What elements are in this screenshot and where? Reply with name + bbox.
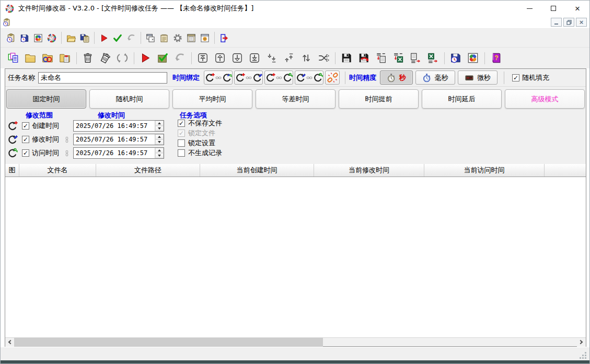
close-button[interactable]: × [565,1,589,16]
mdi-minimize-button[interactable] [551,18,562,27]
spin-up-button[interactable] [155,134,164,139]
remove-item-button[interactable] [79,50,96,66]
access-time-checkbox[interactable]: ✓ [22,149,29,157]
bind-modify-access-button[interactable] [295,71,323,85]
save-list-button[interactable] [338,50,354,66]
undo-modify-button[interactable] [171,50,188,66]
tab-随机时间[interactable]: 随机时间 [89,89,169,109]
spin-down-button[interactable] [155,126,164,131]
option-锁定文件[interactable]: ✓锁定文件 [178,128,222,138]
column-header-图[interactable]: 图 [5,164,19,177]
add-folder-recursive-button[interactable] [39,50,55,66]
save-times-button[interactable] [447,50,464,66]
scroll-left-button[interactable] [5,338,14,347]
modify-time-checkbox[interactable]: ✓ [22,136,29,143]
spin-down-button[interactable] [155,153,164,158]
mdi-close-button[interactable]: × [576,18,587,27]
tab-时间提前[interactable]: 时间提前 [339,89,419,109]
apply-task-button[interactable] [111,31,124,45]
floppy-clipboard-icon [80,33,89,43]
spin-down-button[interactable] [155,139,164,145]
save-task-button[interactable] [18,31,31,45]
tab-平均时间[interactable]: 平均时间 [172,89,252,109]
datetime-spinner [155,121,164,131]
move-up-button[interactable] [212,50,228,66]
app-icon[interactable] [5,4,14,13]
bind-create-access-button[interactable] [264,71,293,85]
export-doc-icon [410,52,421,64]
precision-秒-button[interactable]: 秒 [380,71,413,85]
shuffle-order-button[interactable] [315,50,331,66]
time-wheel-button[interactable] [45,31,58,45]
undo-task-button[interactable] [124,31,137,45]
open-task-button[interactable] [64,31,77,45]
column-header-文件名[interactable]: 文件名 [19,164,96,177]
create-time-checkbox[interactable]: ✓ [22,122,29,130]
option-不生成记录[interactable]: 不生成记录 [178,148,222,158]
clear-list-button[interactable] [97,50,113,66]
column-header-当前创建时间[interactable]: 当前创建时间 [200,164,314,177]
move-down-button[interactable] [229,50,245,66]
add-folder-files-button[interactable] [56,50,73,66]
record-window-button[interactable] [184,31,198,45]
settings-button[interactable] [171,31,184,45]
spin-up-button[interactable] [155,121,164,126]
sort-desc-button[interactable] [263,50,280,66]
access-time-datetime-field[interactable]: 2025/07/26 16:49:57 [73,147,164,159]
help-button[interactable] [488,50,504,66]
swap-order-button[interactable] [298,50,314,66]
option-不保存文件[interactable]: ✓不保存文件 [178,118,222,128]
tab-高级模式[interactable]: 高级模式 [505,89,585,109]
column-header-当前访问时间[interactable]: 当前访问时间 [424,164,545,177]
bind-create-modify-button[interactable] [234,71,263,85]
import-excel-button[interactable] [390,50,406,66]
file-list-body[interactable] [5,177,586,337]
column-header-当前修改时间[interactable]: 当前修改时间 [314,164,424,177]
toolbar-separator [134,52,134,64]
link-icon [246,75,252,81]
multi-down-icon [266,52,277,64]
task-manager-button[interactable] [31,31,44,45]
add-files-button[interactable] [5,50,21,66]
modify-time-datetime-field[interactable]: 2025/07/26 16:49:57 [73,134,164,145]
precision-微秒-button[interactable]: 微秒 [458,71,498,85]
spin-up-button[interactable] [155,148,164,153]
export-excel-button[interactable] [424,50,441,66]
import-list-button[interactable] [373,50,389,66]
maximize-button[interactable] [541,1,565,16]
task-grid-button[interactable] [465,50,481,66]
tab-时间延后[interactable]: 时间延后 [422,89,502,109]
move-top-button[interactable] [194,50,211,66]
task-name-input[interactable] [38,72,167,84]
sort-asc-button[interactable] [281,50,297,66]
paste-task-button[interactable] [78,31,91,45]
move-bottom-button[interactable] [246,50,262,66]
exit-button[interactable] [217,31,230,45]
task-log-button[interactable] [157,31,170,45]
scroll-right-button[interactable] [577,338,586,347]
tab-等差时间[interactable]: 等差时间 [256,89,336,109]
apply-modify-button[interactable] [154,50,170,66]
mdi-restore-button[interactable] [563,18,574,27]
export-list-button[interactable] [407,50,423,66]
run-modify-button[interactable] [137,50,153,66]
child-window-icon[interactable] [3,18,11,27]
minimize-button[interactable] [517,1,541,16]
bind-create-modify-access-button[interactable] [204,71,233,85]
new-window-button[interactable] [144,31,157,45]
tab-固定时间[interactable]: 固定时间 [6,89,86,109]
unbind-button[interactable] [325,71,340,85]
option-锁定设置[interactable]: 锁定设置 [178,138,222,148]
random-fill-option[interactable]: ✓ 随机填充 [512,73,549,83]
precision-毫秒-button[interactable]: 毫秒 [415,71,455,85]
new-task-button[interactable] [4,31,17,45]
column-header-文件路径[interactable]: 文件路径 [96,164,200,177]
run-task-button[interactable] [97,31,110,45]
resize-grip[interactable] [585,357,586,359]
refresh-list-button[interactable] [114,50,130,66]
scrollbar-thumb[interactable] [14,338,323,347]
save-list-as-button[interactable] [355,50,372,66]
about-window-button[interactable] [198,31,211,45]
create-time-datetime-field[interactable]: 2025/07/26 16:49:57 [73,120,164,132]
add-folder-button[interactable] [22,50,38,66]
